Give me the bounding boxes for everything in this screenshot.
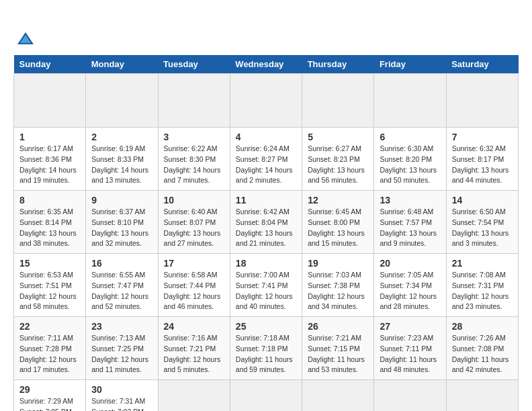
day-number: 9 bbox=[91, 195, 152, 205]
calendar-cell bbox=[374, 380, 446, 411]
day-info: Sunrise: 6:37 AMSunset: 8:10 PMDaylight:… bbox=[91, 207, 152, 249]
day-info: Sunrise: 6:42 AMSunset: 8:04 PMDaylight:… bbox=[236, 207, 296, 249]
day-number: 16 bbox=[91, 258, 152, 269]
calendar-cell: 18 Sunrise: 7:00 AMSunset: 7:41 PMDaylig… bbox=[230, 254, 302, 317]
day-number: 1 bbox=[19, 132, 80, 142]
calendar-cell: 6 Sunrise: 6:30 AMSunset: 8:20 PMDayligh… bbox=[374, 128, 446, 191]
day-info: Sunrise: 6:27 AMSunset: 8:23 PMDaylight:… bbox=[308, 144, 368, 186]
day-number: 21 bbox=[452, 258, 513, 269]
calendar-cell: 5 Sunrise: 6:27 AMSunset: 8:23 PMDayligh… bbox=[302, 128, 374, 191]
day-number: 22 bbox=[19, 321, 80, 332]
day-info: Sunrise: 7:23 AMSunset: 7:11 PMDaylight:… bbox=[380, 333, 440, 375]
calendar-week-row: 15 Sunrise: 6:53 AMSunset: 7:51 PMDaylig… bbox=[14, 254, 519, 317]
calendar-cell: 17 Sunrise: 6:58 AMSunset: 7:44 PMDaylig… bbox=[158, 254, 230, 317]
calendar-cell: 26 Sunrise: 7:21 AMSunset: 7:15 PMDaylig… bbox=[302, 317, 374, 380]
calendar-cell bbox=[374, 74, 446, 128]
calendar-cell: 29 Sunrise: 7:29 AMSunset: 7:05 PMDaylig… bbox=[14, 380, 86, 411]
calendar-table: SundayMondayTuesdayWednesdayThursdayFrid… bbox=[13, 55, 519, 411]
day-info: Sunrise: 7:29 AMSunset: 7:05 PMDaylight:… bbox=[19, 396, 80, 411]
header-wednesday: Wednesday bbox=[230, 55, 302, 74]
day-number: 27 bbox=[380, 321, 440, 332]
calendar-cell: 7 Sunrise: 6:32 AMSunset: 8:17 PMDayligh… bbox=[446, 128, 518, 191]
calendar-cell: 1 Sunrise: 6:17 AMSunset: 8:36 PMDayligh… bbox=[14, 128, 86, 191]
day-number: 11 bbox=[236, 195, 296, 205]
calendar-cell bbox=[302, 380, 374, 411]
day-number: 28 bbox=[452, 321, 513, 332]
day-number: 4 bbox=[236, 132, 296, 142]
day-number: 17 bbox=[164, 258, 224, 269]
calendar-week-row: 22 Sunrise: 7:11 AMSunset: 7:28 PMDaylig… bbox=[14, 317, 519, 380]
day-info: Sunrise: 7:03 AMSunset: 7:38 PMDaylight:… bbox=[308, 270, 368, 312]
day-info: Sunrise: 7:26 AMSunset: 7:08 PMDaylight:… bbox=[452, 333, 513, 375]
calendar-cell bbox=[446, 74, 518, 128]
calendar-cell: 22 Sunrise: 7:11 AMSunset: 7:28 PMDaylig… bbox=[14, 317, 86, 380]
day-info: Sunrise: 7:11 AMSunset: 7:28 PMDaylight:… bbox=[19, 333, 80, 375]
day-info: Sunrise: 7:16 AMSunset: 7:21 PMDaylight:… bbox=[164, 333, 224, 375]
calendar-week-row: 29 Sunrise: 7:29 AMSunset: 7:05 PMDaylig… bbox=[14, 380, 519, 411]
day-number: 25 bbox=[236, 321, 296, 332]
day-number: 6 bbox=[380, 132, 440, 142]
day-info: Sunrise: 6:24 AMSunset: 8:27 PMDaylight:… bbox=[236, 144, 296, 186]
calendar-cell bbox=[86, 74, 158, 128]
calendar-cell: 13 Sunrise: 6:48 AMSunset: 7:57 PMDaylig… bbox=[374, 191, 446, 254]
day-info: Sunrise: 6:35 AMSunset: 8:14 PMDaylight:… bbox=[19, 207, 80, 249]
day-number: 19 bbox=[308, 258, 368, 269]
day-number: 7 bbox=[452, 132, 513, 142]
day-number: 13 bbox=[380, 195, 440, 205]
day-number: 3 bbox=[164, 132, 224, 142]
header-saturday: Saturday bbox=[446, 55, 518, 74]
day-info: Sunrise: 6:53 AMSunset: 7:51 PMDaylight:… bbox=[19, 270, 80, 312]
calendar-cell bbox=[446, 380, 518, 411]
calendar-week-row bbox=[14, 74, 519, 128]
calendar-cell: 27 Sunrise: 7:23 AMSunset: 7:11 PMDaylig… bbox=[374, 317, 446, 380]
header-monday: Monday bbox=[86, 55, 158, 74]
day-number: 14 bbox=[452, 195, 513, 205]
calendar-cell bbox=[302, 74, 374, 128]
calendar-cell: 19 Sunrise: 7:03 AMSunset: 7:38 PMDaylig… bbox=[302, 254, 374, 317]
calendar-cell: 24 Sunrise: 7:16 AMSunset: 7:21 PMDaylig… bbox=[158, 317, 230, 380]
day-info: Sunrise: 6:45 AMSunset: 8:00 PMDaylight:… bbox=[308, 207, 368, 249]
day-number: 30 bbox=[91, 384, 152, 395]
day-number: 29 bbox=[19, 384, 80, 395]
day-info: Sunrise: 7:21 AMSunset: 7:15 PMDaylight:… bbox=[308, 333, 368, 375]
calendar-cell: 14 Sunrise: 6:50 AMSunset: 7:54 PMDaylig… bbox=[446, 191, 518, 254]
calendar-cell bbox=[230, 380, 302, 411]
logo-icon bbox=[16, 30, 35, 48]
day-info: Sunrise: 6:50 AMSunset: 7:54 PMDaylight:… bbox=[452, 207, 513, 249]
day-number: 18 bbox=[236, 258, 296, 269]
calendar-cell: 21 Sunrise: 7:08 AMSunset: 7:31 PMDaylig… bbox=[446, 254, 518, 317]
header-thursday: Thursday bbox=[302, 55, 374, 74]
header-friday: Friday bbox=[374, 55, 446, 74]
calendar-cell: 12 Sunrise: 6:45 AMSunset: 8:00 PMDaylig… bbox=[302, 191, 374, 254]
day-info: Sunrise: 7:00 AMSunset: 7:41 PMDaylight:… bbox=[236, 270, 296, 312]
calendar-cell bbox=[14, 74, 86, 128]
day-number: 2 bbox=[91, 132, 152, 142]
day-info: Sunrise: 6:22 AMSunset: 8:30 PMDaylight:… bbox=[164, 144, 224, 186]
calendar-cell: 9 Sunrise: 6:37 AMSunset: 8:10 PMDayligh… bbox=[86, 191, 158, 254]
calendar-cell: 23 Sunrise: 7:13 AMSunset: 7:25 PMDaylig… bbox=[86, 317, 158, 380]
day-number: 26 bbox=[308, 321, 368, 332]
logo bbox=[13, 13, 35, 48]
day-info: Sunrise: 6:32 AMSunset: 8:17 PMDaylight:… bbox=[452, 144, 513, 186]
page-header bbox=[13, 13, 519, 48]
day-info: Sunrise: 6:19 AMSunset: 8:33 PMDaylight:… bbox=[91, 144, 152, 186]
calendar-cell: 3 Sunrise: 6:22 AMSunset: 8:30 PMDayligh… bbox=[158, 128, 230, 191]
calendar-cell: 2 Sunrise: 6:19 AMSunset: 8:33 PMDayligh… bbox=[86, 128, 158, 191]
day-info: Sunrise: 6:30 AMSunset: 8:20 PMDaylight:… bbox=[380, 144, 440, 186]
day-number: 8 bbox=[19, 195, 80, 205]
calendar-cell bbox=[158, 380, 230, 411]
day-info: Sunrise: 7:18 AMSunset: 7:18 PMDaylight:… bbox=[236, 333, 296, 375]
day-info: Sunrise: 7:08 AMSunset: 7:31 PMDaylight:… bbox=[452, 270, 513, 312]
day-number: 24 bbox=[164, 321, 224, 332]
calendar-cell: 30 Sunrise: 7:31 AMSunset: 7:02 PMDaylig… bbox=[86, 380, 158, 411]
calendar-cell bbox=[158, 74, 230, 128]
day-info: Sunrise: 6:48 AMSunset: 7:57 PMDaylight:… bbox=[380, 207, 440, 249]
day-info: Sunrise: 6:40 AMSunset: 8:07 PMDaylight:… bbox=[164, 207, 224, 249]
day-number: 15 bbox=[19, 258, 80, 269]
calendar-cell: 11 Sunrise: 6:42 AMSunset: 8:04 PMDaylig… bbox=[230, 191, 302, 254]
calendar-header-row: SundayMondayTuesdayWednesdayThursdayFrid… bbox=[14, 55, 519, 74]
calendar-cell: 28 Sunrise: 7:26 AMSunset: 7:08 PMDaylig… bbox=[446, 317, 518, 380]
header-tuesday: Tuesday bbox=[158, 55, 230, 74]
day-number: 10 bbox=[164, 195, 224, 205]
calendar-cell: 16 Sunrise: 6:55 AMSunset: 7:47 PMDaylig… bbox=[86, 254, 158, 317]
